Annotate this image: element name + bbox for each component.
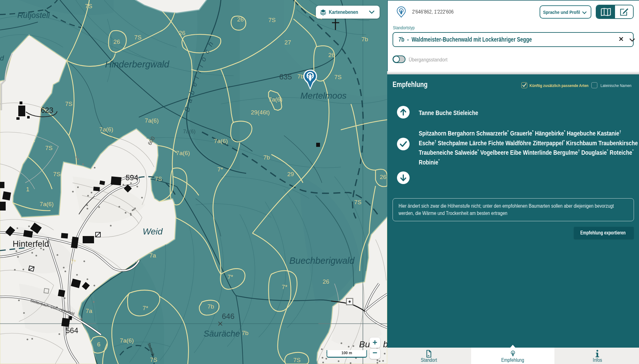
svg-text:Mertelmoos: Mertelmoos <box>300 91 346 101</box>
svg-text:Säuräche: Säuräche <box>204 329 240 338</box>
svg-text:b: b <box>383 339 387 349</box>
svg-text:623: 623 <box>41 106 53 114</box>
svg-text:Hinderbergwald: Hinderbergwald <box>105 59 169 69</box>
svg-text:29(46t): 29(46t) <box>251 109 270 116</box>
svg-text:Weid: Weid <box>143 227 163 236</box>
svg-text:7a(6): 7a(6) <box>214 138 228 144</box>
svg-text:7S: 7S <box>53 171 60 177</box>
svg-text:7*: 7* <box>217 166 223 173</box>
svg-text:7a(6): 7a(6) <box>145 117 159 124</box>
svg-text:7b: 7b <box>263 154 270 161</box>
svg-text:26: 26 <box>113 38 120 45</box>
svg-text:Bu: Bu <box>359 339 370 349</box>
svg-text:7*: 7* <box>228 274 234 280</box>
svg-text:7b: 7b <box>207 303 214 310</box>
svg-text:635: 635 <box>279 72 292 81</box>
svg-text:Buechberigwald: Buechberigwald <box>289 256 355 266</box>
svg-text:7a(6): 7a(6) <box>99 126 113 133</box>
svg-text:7a: 7a <box>149 252 156 259</box>
svg-text:7S: 7S <box>354 199 361 205</box>
svg-text:7S: 7S <box>155 176 162 182</box>
svg-text:7a: 7a <box>86 308 92 314</box>
svg-text:26: 26 <box>380 174 386 180</box>
svg-text:7a(6): 7a(6) <box>176 150 190 156</box>
svg-text:7b: 7b <box>242 330 248 336</box>
svg-text:7a(6): 7a(6) <box>40 201 54 207</box>
svg-text:26: 26 <box>328 52 335 58</box>
svg-text:7*: 7* <box>282 284 288 290</box>
svg-text:594: 594 <box>126 173 138 182</box>
svg-text:7S: 7S <box>334 74 341 80</box>
svg-text:27: 27 <box>284 39 291 46</box>
svg-text:7a(6): 7a(6) <box>269 96 282 103</box>
svg-text:Hinterfeld: Hinterfeld <box>13 239 49 249</box>
svg-text:7S: 7S <box>293 357 300 363</box>
svg-text:564: 564 <box>66 326 78 335</box>
svg-text:646: 646 <box>222 312 234 321</box>
svg-text:7S: 7S <box>65 101 72 107</box>
svg-text:29: 29 <box>287 171 294 177</box>
svg-text:7*: 7* <box>70 258 76 265</box>
svg-text:26: 26 <box>179 30 185 36</box>
svg-text:Rütjosteli: Rütjosteli <box>17 11 50 20</box>
svg-text:d: d <box>0 54 4 62</box>
svg-text:7*: 7* <box>143 305 149 311</box>
svg-text:7b: 7b <box>361 36 368 43</box>
svg-text:7S: 7S <box>45 145 52 151</box>
svg-text:26: 26 <box>322 278 329 285</box>
svg-text:7a(6): 7a(6) <box>120 337 134 344</box>
svg-text:6: 6 <box>97 341 101 348</box>
svg-text:7S: 7S <box>268 17 275 23</box>
svg-text:7a(6): 7a(6) <box>183 129 196 135</box>
svg-text:26: 26 <box>237 16 244 23</box>
svg-text:7S: 7S <box>150 356 157 363</box>
svg-text:1: 1 <box>26 186 30 193</box>
svg-text:7S: 7S <box>85 3 92 9</box>
svg-text:7b: 7b <box>297 73 304 80</box>
svg-text:7S: 7S <box>134 34 141 41</box>
